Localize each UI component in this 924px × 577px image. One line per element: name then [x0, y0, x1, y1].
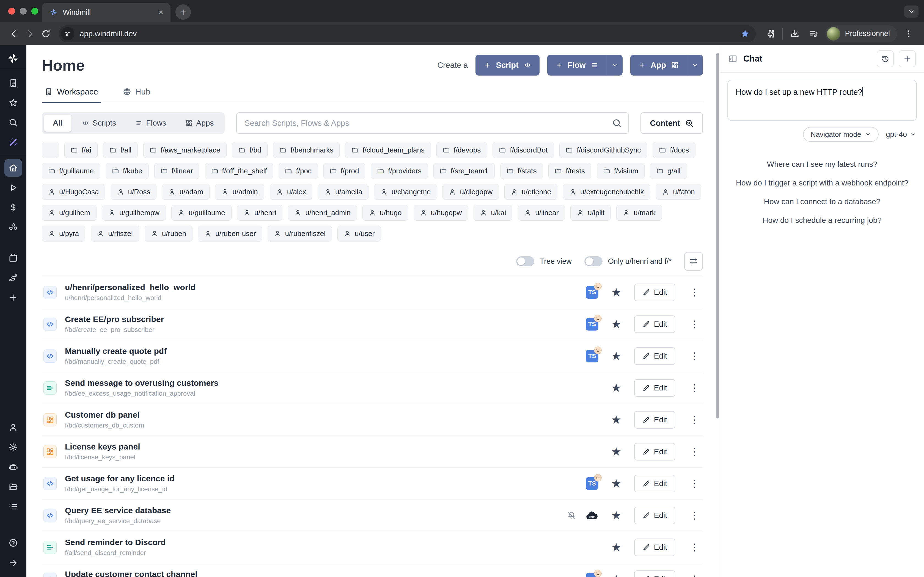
chat-suggestion[interactable]: How do I trigger a script with a webhook… — [736, 179, 908, 187]
item-menu-kebab-icon[interactable]: ⋮ — [688, 414, 701, 425]
panel-collapse-icon[interactable] — [729, 55, 737, 63]
chat-suggestion[interactable]: How can I connect to a database? — [764, 197, 880, 206]
create-app-dropdown-chevron-icon[interactable] — [687, 55, 703, 76]
folder-chip[interactable]: f/discordBot — [493, 142, 554, 158]
favorite-star-icon[interactable]: ★ — [611, 318, 622, 330]
sidebar-item-workers-robot[interactable] — [5, 458, 22, 476]
user-chip[interactable]: u/hugo — [362, 205, 408, 221]
chat-mode-select[interactable]: Navigator mode — [803, 127, 879, 142]
user-chip[interactable]: u/HugoCasa — [42, 184, 105, 200]
tab-close-icon[interactable]: × — [158, 8, 163, 17]
window-close-button[interactable] — [8, 8, 15, 15]
user-chip[interactable]: u/amelia — [318, 184, 368, 200]
folder-chip[interactable]: f/visium — [597, 163, 645, 179]
user-chip[interactable]: u/lplit — [570, 205, 611, 221]
folder-chip[interactable]: f/cloud_team_plans — [345, 142, 431, 158]
item-menu-kebab-icon[interactable]: ⋮ — [688, 287, 701, 298]
folder-chip[interactable]: f/kube — [106, 163, 149, 179]
folder-chip[interactable]: f/aws_marketplace — [143, 142, 226, 158]
edit-button[interactable]: Edit — [634, 443, 675, 461]
favorite-star-icon[interactable]: ★ — [611, 510, 622, 521]
user-chip[interactable]: u/ruben-user — [198, 226, 262, 242]
folder-chip[interactable]: f/benchmarks — [273, 142, 339, 158]
list-item[interactable]: License keys panelf/bd/license_keys_pane… — [42, 435, 703, 467]
user-chip[interactable]: u/rfiszel — [91, 226, 139, 242]
edit-button[interactable]: Edit — [634, 347, 675, 365]
list-item[interactable]: Get usage for any licence idf/bd/get_usa… — [42, 467, 703, 499]
favorite-star-icon[interactable]: ★ — [611, 350, 622, 362]
folder-chip[interactable]: f/devops — [436, 142, 487, 158]
forward-icon[interactable] — [22, 26, 38, 42]
site-settings-icon[interactable] — [61, 27, 74, 40]
sidebar-item-folders[interactable] — [5, 478, 22, 496]
folder-chip[interactable]: f/all — [103, 142, 138, 158]
list-item[interactable]: Create EE/pro subscriberf/bd/create_ee_p… — [42, 308, 703, 340]
user-chip[interactable]: u/changeme — [374, 184, 437, 200]
window-minimize-button[interactable] — [20, 8, 27, 15]
edit-button[interactable]: Edit — [634, 411, 675, 429]
window-zoom-button[interactable] — [31, 8, 38, 15]
tab-search-chevron-icon[interactable] — [904, 5, 919, 18]
user-chip[interactable]: u/faton — [656, 184, 701, 200]
sidebar-item-audit-logs-list[interactable] — [5, 498, 22, 516]
list-item[interactable]: Customer db panelf/bd/customers_db_custo… — [42, 404, 703, 435]
browser-profile-button[interactable]: Professionnel — [825, 25, 897, 42]
back-icon[interactable] — [6, 26, 22, 42]
filter-flows[interactable]: Flows — [126, 114, 175, 132]
favorite-star-icon[interactable]: ★ — [611, 542, 622, 553]
sidebar-item-settings-gear[interactable] — [5, 438, 22, 456]
create-flow-button[interactable]: Flow — [547, 55, 623, 76]
item-menu-kebab-icon[interactable]: ⋮ — [688, 574, 701, 577]
user-chip[interactable]: u/alex — [270, 184, 312, 200]
list-item[interactable]: Send reminder to Discordf/all/send_disco… — [42, 531, 703, 563]
list-item[interactable]: Send message to overusing customersf/bd/… — [42, 372, 703, 404]
chat-history-button[interactable] — [877, 50, 894, 67]
item-menu-kebab-icon[interactable]: ⋮ — [688, 446, 701, 458]
tab-hub[interactable]: Hub — [120, 87, 153, 103]
sidebar-item-variables-dollar[interactable] — [5, 199, 22, 216]
create-app-button[interactable]: App — [630, 55, 703, 76]
edit-button[interactable]: Edit — [634, 507, 675, 524]
sidebar-item-add-plus[interactable] — [5, 289, 22, 306]
sidebar-item-resources-cubes[interactable] — [5, 218, 22, 236]
folder-chip[interactable]: f/prod — [323, 163, 365, 179]
extensions-icon[interactable] — [762, 26, 778, 42]
user-chip[interactable]: u/mark — [616, 205, 662, 221]
favorite-star-icon[interactable]: ★ — [611, 574, 622, 577]
scrollbar-thumb[interactable] — [716, 53, 719, 419]
folder-chip[interactable]: f/discordGithubSync — [559, 142, 647, 158]
edit-button[interactable]: Edit — [634, 284, 675, 301]
new-tab-button[interactable]: + — [176, 5, 191, 20]
folder-chip[interactable]: f/docs — [653, 142, 695, 158]
sidebar-item-routes-path[interactable] — [5, 269, 22, 287]
folder-chip[interactable]: f/providers — [371, 163, 428, 179]
item-menu-kebab-icon[interactable]: ⋮ — [688, 382, 701, 394]
list-item[interactable]: Update customer contact channelf/bd/upda… — [42, 563, 703, 577]
edit-button[interactable]: Edit — [634, 316, 675, 333]
user-chip[interactable]: u/kai — [473, 205, 512, 221]
folder-chip[interactable]: f/stats — [500, 163, 543, 179]
tree-view-toggle[interactable] — [516, 256, 534, 266]
user-chip[interactable]: u/admin — [215, 184, 264, 200]
filter-all[interactable]: All — [44, 114, 71, 132]
user-chip[interactable]: u/guilhem — [42, 205, 97, 221]
user-chip[interactable]: u/diegopw — [443, 184, 499, 200]
chat-model-select[interactable]: gpt-4o — [886, 130, 916, 139]
filter-scripts[interactable]: Scripts — [73, 114, 125, 132]
bookmark-star-icon[interactable] — [740, 29, 750, 39]
windmill-logo-icon[interactable] — [7, 50, 19, 67]
favorite-star-icon[interactable]: ★ — [611, 287, 622, 298]
filter-apps[interactable]: Apps — [176, 114, 223, 132]
edit-button[interactable]: Edit — [634, 379, 675, 397]
sidebar-item-runs-play[interactable] — [5, 179, 22, 197]
user-chip[interactable]: u/ruben — [145, 226, 192, 242]
create-script-button[interactable]: Script — [475, 55, 539, 76]
user-chip[interactable]: u/adam — [162, 184, 210, 200]
user-chip[interactable]: u/rubenfiszel — [268, 226, 332, 242]
item-menu-kebab-icon[interactable]: ⋮ — [688, 542, 701, 553]
chat-suggestion[interactable]: How do I schedule a recurring job? — [762, 216, 882, 225]
user-chip[interactable]: u/guillaume — [171, 205, 231, 221]
favorite-star-icon[interactable]: ★ — [611, 382, 622, 394]
list-item[interactable]: Manually create quote pdff/bd/manually_c… — [42, 340, 703, 372]
folder-chip[interactable]: f/off_the_shelf — [205, 163, 273, 179]
